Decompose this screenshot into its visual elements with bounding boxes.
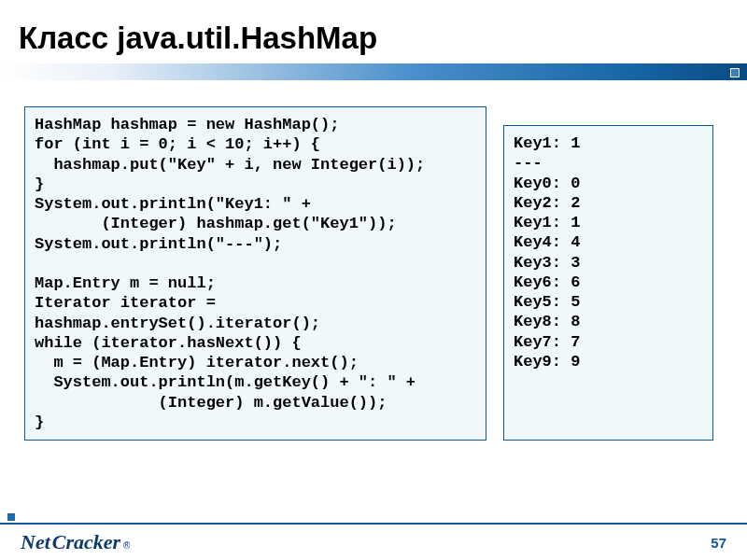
slide-footer: NetCracker® 57 <box>0 523 747 560</box>
page-number: 57 <box>711 535 726 551</box>
code-example-left: HashMap hashmap = new HashMap(); for (in… <box>24 106 486 441</box>
content-area: HashMap hashmap = new HashMap(); for (in… <box>0 88 747 441</box>
netcracker-logo: NetCracker® <box>21 530 130 554</box>
logo-text-net: Net <box>21 530 50 554</box>
logo-registered-icon: ® <box>123 540 130 551</box>
footer-decoration-square <box>7 513 15 521</box>
logo-text-cracker: Cracker <box>52 530 120 554</box>
slide-title: Класс java.util.HashMap <box>19 21 728 56</box>
code-output-right: Key1: 1 --- Key0: 0 Key2: 2 Key1: 1 Key4… <box>503 125 713 441</box>
divider-gradient <box>0 63 747 80</box>
